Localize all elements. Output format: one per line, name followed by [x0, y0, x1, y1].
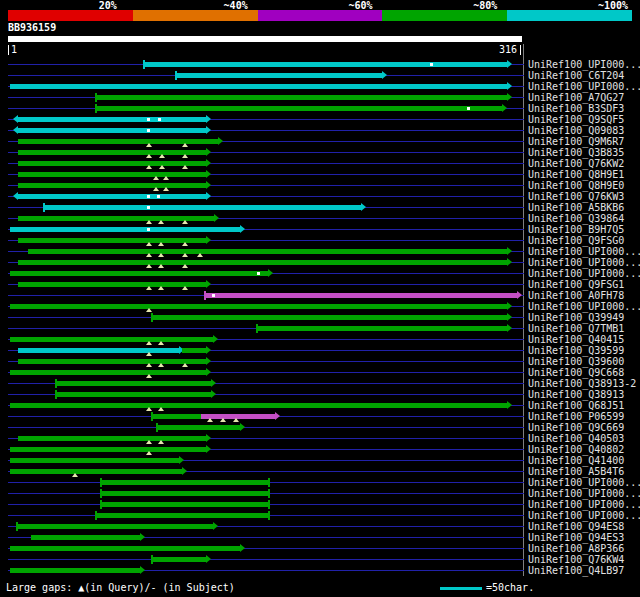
- subject-id-label: UniRef100_Q39600: [528, 356, 624, 367]
- identity-key-label: ~40%: [224, 0, 248, 11]
- alignment-bar[interactable]: [145, 62, 507, 67]
- right-arrowhead-icon: [206, 192, 211, 200]
- right-arrowhead-icon: [206, 126, 211, 134]
- alignment-row: UniRef100_Q38913: [0, 389, 640, 400]
- subject-id-label: UniRef100_UPI000...: [528, 257, 640, 268]
- plot-area: UniRef100_UPI000...UniRef100_C6T204UniRe…: [0, 59, 640, 576]
- segment-end-tick: [143, 60, 145, 69]
- alignment-row: UniRef100_Q9FSG1: [0, 279, 640, 290]
- alignment-bar[interactable]: [18, 282, 207, 287]
- alignment-row: UniRef100_Q39600: [0, 356, 640, 367]
- alignment-bar[interactable]: [10, 84, 507, 89]
- subject-id-label: UniRef100_A8P366: [528, 543, 624, 554]
- alignment-bar[interactable]: [10, 546, 241, 551]
- alignment-bar[interactable]: [102, 491, 268, 496]
- segment-end-tick: [95, 511, 97, 520]
- query-bar: [8, 36, 522, 42]
- alignment-bar[interactable]: [97, 513, 268, 518]
- subject-id-label: UniRef100_UPI000...: [528, 301, 640, 312]
- alignment-bar[interactable]: [18, 194, 207, 199]
- alignment-row: UniRef100_UPI000...: [0, 488, 640, 499]
- right-arrowhead-icon: [213, 335, 218, 343]
- alignment-bar[interactable]: [10, 227, 241, 232]
- alignment-bar[interactable]: [97, 106, 502, 111]
- subject-id-label: UniRef100_Q9C668: [528, 367, 624, 378]
- alignment-bar[interactable]: [10, 271, 268, 276]
- alignment-bar[interactable]: [18, 150, 207, 155]
- identity-key-segment: [8, 10, 133, 21]
- subject-id-label: UniRef100_Q38913: [528, 389, 624, 400]
- alignment-row: UniRef100_Q9C669: [0, 422, 640, 433]
- alignment-row: UniRef100_UPI000...: [0, 81, 640, 92]
- alignment-bar[interactable]: [10, 458, 179, 463]
- alignment-bar[interactable]: [18, 436, 207, 441]
- right-arrowhead-icon: [206, 115, 211, 123]
- identity-key-label: 20%: [99, 0, 117, 11]
- segment-end-tick: [268, 478, 270, 487]
- alignment-bar[interactable]: [10, 403, 507, 408]
- alignment-bar[interactable]: [206, 293, 516, 298]
- alignment-row: UniRef100_Q4LB97: [0, 565, 640, 576]
- subject-id-label: UniRef100_Q94ES8: [528, 521, 624, 532]
- alignment-bar[interactable]: [18, 359, 207, 364]
- alignment-bar[interactable]: [18, 172, 207, 177]
- alignment-bar[interactable]: [18, 117, 207, 122]
- alignment-bar[interactable]: [45, 205, 360, 210]
- alignment-bar[interactable]: [102, 502, 268, 507]
- alignment-bar[interactable]: [102, 480, 268, 485]
- identity-key-label: ~60%: [348, 0, 372, 11]
- alignment-row: UniRef100_Q39949: [0, 312, 640, 323]
- alignment-row: UniRef100_B3SDF3: [0, 103, 640, 114]
- alignment-bar[interactable]: [18, 183, 207, 188]
- segment-end-tick: [151, 412, 153, 421]
- alignment-bar[interactable]: [10, 447, 207, 452]
- alignment-bar[interactable]: [57, 392, 211, 397]
- subject-id-label: UniRef100_Q76KW2: [528, 158, 624, 169]
- scale-tick-left: [8, 45, 9, 55]
- subject-gap-dash-icon: [257, 272, 260, 275]
- subject-id-label: UniRef100_UPI000...: [528, 477, 640, 488]
- alignment-bar[interactable]: [97, 95, 507, 100]
- alignment-bar[interactable]: [18, 524, 213, 529]
- subject-id-label: UniRef100_UPI000...: [528, 268, 640, 279]
- alignment-bar[interactable]: [177, 73, 382, 78]
- segment-end-tick: [100, 489, 102, 498]
- alignment-bar[interactable]: [153, 557, 207, 562]
- alignment-row: UniRef100_UPI000...: [0, 499, 640, 510]
- right-arrowhead-icon: [507, 247, 512, 255]
- scale-end-label: 316: [499, 44, 517, 55]
- alignment-bar[interactable]: [10, 304, 507, 309]
- subject-gap-dash-icon: [147, 195, 150, 198]
- alignment-bar[interactable]: [18, 128, 207, 133]
- alignment-bar[interactable]: [10, 469, 182, 474]
- alignment-row: UniRef100_Q38913-2: [0, 378, 640, 389]
- alignment-bar[interactable]: [153, 315, 507, 320]
- alignment-bar[interactable]: [182, 348, 206, 353]
- subject-id-label: UniRef100_Q9FSG1: [528, 279, 624, 290]
- alignment-bar[interactable]: [18, 238, 207, 243]
- alignment-bar[interactable]: [153, 414, 202, 419]
- alignment-bar[interactable]: [31, 535, 140, 540]
- scale-bar-50char: [440, 587, 482, 590]
- alignment-bar[interactable]: [18, 348, 179, 353]
- alignment-bar[interactable]: [10, 337, 213, 342]
- alignment-bar[interactable]: [28, 249, 507, 254]
- segment-end-tick: [175, 71, 177, 80]
- alignment-row: UniRef100_Q40802: [0, 444, 640, 455]
- right-arrowhead-icon: [275, 412, 280, 420]
- alignment-bar[interactable]: [18, 161, 207, 166]
- subject-id-label: UniRef100_Q4LB97: [528, 565, 624, 576]
- alignment-row: UniRef100_C6T204: [0, 70, 640, 81]
- right-arrowhead-icon: [240, 225, 245, 233]
- alignment-bar[interactable]: [258, 326, 507, 331]
- alignment-row: UniRef100_A7QG27: [0, 92, 640, 103]
- alignment-bar[interactable]: [18, 260, 507, 265]
- subject-id-label: UniRef100_UPI000...: [528, 499, 640, 510]
- alignment-bar[interactable]: [158, 425, 241, 430]
- alignment-bar[interactable]: [10, 370, 207, 375]
- alignment-bar[interactable]: [10, 568, 140, 573]
- alignment-row: UniRef100_Q68J51: [0, 400, 640, 411]
- segment-end-tick: [256, 324, 258, 333]
- subject-gap-dash-icon: [147, 129, 150, 132]
- alignment-bar[interactable]: [57, 381, 211, 386]
